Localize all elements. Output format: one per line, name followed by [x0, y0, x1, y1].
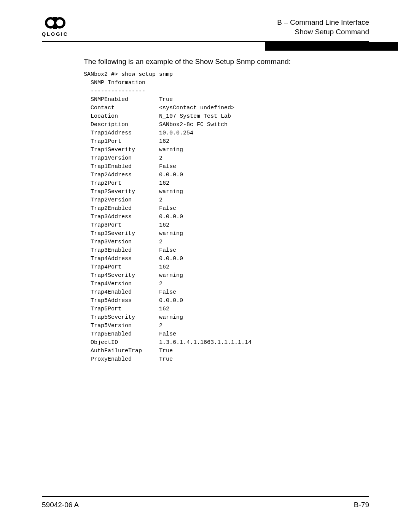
footer-rule	[42, 496, 369, 497]
qlogic-icon	[44, 15, 66, 30]
code-block: SANbox2 #> show setup snmp SNMP Informat…	[42, 70, 369, 364]
footer-page-number: B-79	[354, 501, 369, 509]
header-line2: Show Setup Command	[277, 27, 369, 37]
svg-rect-3	[53, 26, 57, 29]
page-header: QLOGIC B – Command Line Interface Show S…	[42, 15, 369, 39]
page-footer: 59042-06 A B-79	[42, 496, 369, 509]
footer-doc-id: 59042-06 A	[42, 501, 79, 509]
header-title: B – Command Line Interface Show Setup Co…	[277, 18, 369, 37]
svg-rect-2	[53, 17, 57, 20]
brand-logo: QLOGIC	[42, 15, 68, 37]
brand-text: QLOGIC	[42, 31, 68, 37]
header-black-tab	[265, 42, 398, 51]
header-line1: B – Command Line Interface	[277, 18, 369, 27]
intro-text: The following is an example of the Show …	[42, 58, 369, 66]
